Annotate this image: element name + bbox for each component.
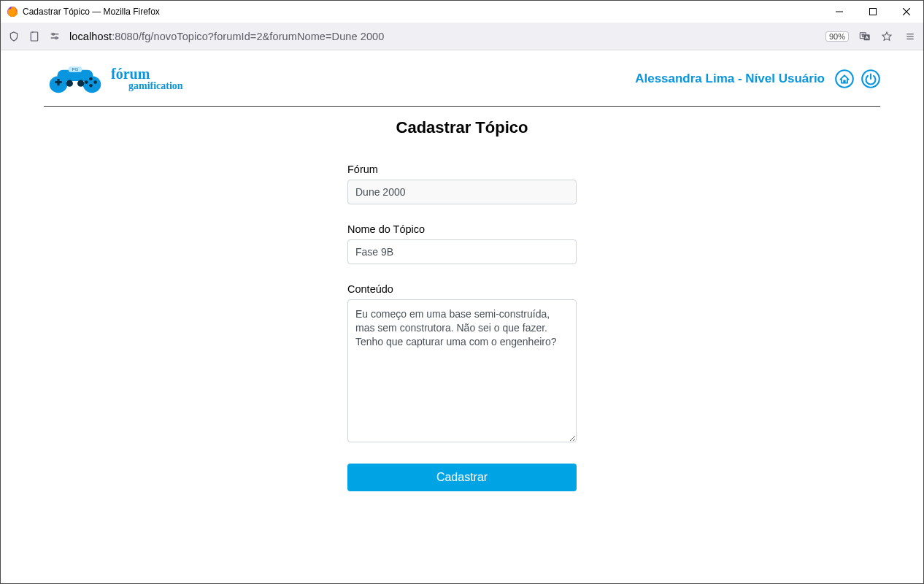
user-level-link[interactable]: Alessandra Lima - Nível Usuário	[635, 72, 825, 86]
svg-point-22	[93, 80, 97, 84]
topic-form: Fórum Nome do Tópico Conteúdo Cadastrar	[347, 164, 577, 491]
page-header: FG fórum gamification	[44, 59, 880, 103]
svg-point-23	[89, 84, 93, 88]
url-path: :8080/fg/novoTopico?forumId=2&forumNome=…	[112, 31, 384, 42]
minimize-button[interactable]	[823, 1, 856, 23]
brand-line1: fórum	[111, 66, 150, 82]
page-title: Cadastrar Tópico	[44, 118, 880, 137]
forum-group: Fórum	[347, 164, 577, 204]
content-group: Conteúdo	[347, 283, 577, 445]
topic-name-label: Nome do Tópico	[347, 223, 577, 235]
maximize-button[interactable]	[856, 1, 890, 23]
topic-name-input[interactable]	[347, 239, 577, 264]
svg-text:FG: FG	[72, 66, 79, 72]
svg-point-21	[89, 77, 93, 81]
svg-rect-20	[57, 79, 59, 85]
forum-label: Fórum	[347, 164, 577, 175]
power-icon[interactable]	[861, 69, 880, 88]
svg-rect-2	[31, 32, 37, 41]
brand-text: fórum gamification	[111, 67, 183, 91]
svg-rect-1	[870, 9, 877, 15]
browser-window: Cadastrar Tópico — Mozilla Firefox local…	[0, 0, 924, 584]
content-label: Conteúdo	[347, 283, 577, 295]
app-menu-icon[interactable]	[904, 31, 916, 42]
firefox-icon	[7, 6, 18, 18]
home-icon[interactable]	[835, 69, 854, 88]
titlebar: Cadastrar Tópico — Mozilla Firefox	[1, 1, 923, 23]
svg-point-24	[85, 80, 88, 84]
page-container: FG fórum gamification	[44, 50, 880, 520]
svg-point-25	[836, 70, 853, 88]
svg-point-17	[66, 80, 73, 87]
controller-icon: FG	[47, 62, 104, 96]
brand-logo[interactable]: FG fórum gamification	[47, 62, 183, 96]
content-textarea[interactable]	[347, 299, 577, 442]
address-bar: localhost:8080/fg/novoTopico?forumId=2&f…	[1, 23, 923, 50]
url-display[interactable]: localhost:8080/fg/novoTopico?forumId=2&f…	[69, 31, 384, 42]
window-title: Cadastrar Tópico — Mozilla Firefox	[23, 7, 160, 17]
svg-point-6	[55, 36, 58, 39]
viewport[interactable]: FG fórum gamification	[1, 50, 923, 583]
brand-line2: gamification	[128, 81, 183, 91]
forum-input[interactable]	[347, 180, 577, 204]
permissions-icon[interactable]	[49, 31, 61, 42]
shield-icon[interactable]	[8, 31, 20, 42]
zoom-badge[interactable]: 90%	[825, 31, 849, 42]
svg-point-4	[53, 33, 55, 35]
divider	[44, 106, 880, 107]
topic-name-group: Nome do Tópico	[347, 223, 577, 264]
close-button[interactable]	[890, 1, 923, 23]
bookmark-icon[interactable]	[881, 31, 893, 42]
url-host: localhost	[69, 31, 112, 42]
page-info-icon[interactable]	[28, 31, 40, 42]
translate-icon[interactable]	[859, 31, 871, 42]
svg-point-18	[77, 80, 84, 87]
submit-button[interactable]: Cadastrar	[347, 464, 577, 491]
